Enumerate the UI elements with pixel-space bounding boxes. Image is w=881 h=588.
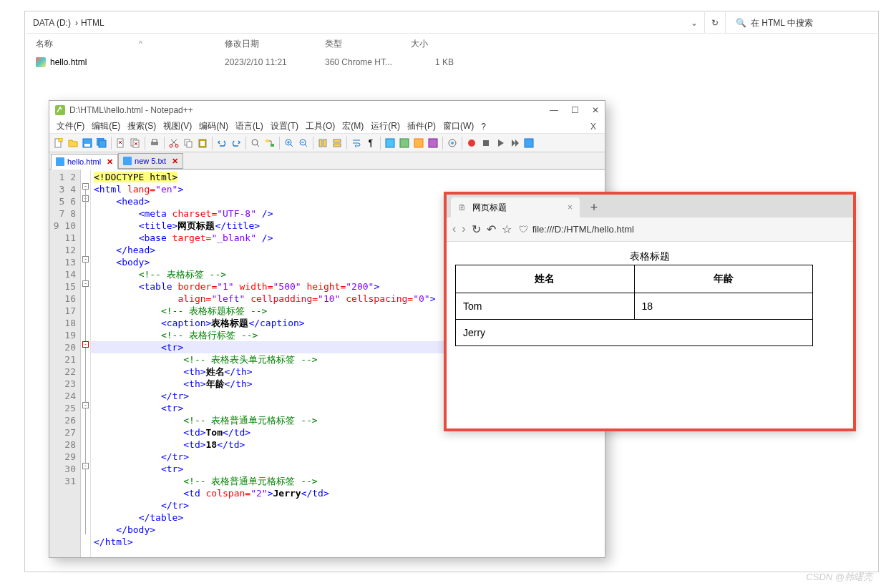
new-tab-button[interactable]: + xyxy=(584,197,604,217)
wrap-icon[interactable] xyxy=(350,137,363,150)
tab-close-icon[interactable]: × xyxy=(568,202,573,212)
table-row: Jerry xyxy=(456,320,813,346)
svg-rect-2 xyxy=(59,138,62,142)
menu-edit[interactable]: 编辑(E) xyxy=(89,119,123,133)
forward-button[interactable]: › xyxy=(462,222,465,236)
zoom-out-icon[interactable] xyxy=(297,137,310,150)
file-row[interactable]: hello.html 2023/2/10 11:21 360 Chrome HT… xyxy=(26,54,879,71)
app-icon xyxy=(55,105,65,115)
tab-new-5-txt[interactable]: new 5.txt ✕ xyxy=(118,153,183,169)
fold-toggle[interactable]: - xyxy=(82,280,89,287)
stop-icon[interactable] xyxy=(480,137,492,150)
menu-search[interactable]: 搜索(S) xyxy=(125,119,159,133)
breadcrumb[interactable]: DATA (D:) › HTML ⌄ ↻ 🔍 在 HTML 中搜索 xyxy=(26,12,879,34)
tab-close-x[interactable]: X xyxy=(588,121,599,132)
svg-rect-11 xyxy=(152,139,157,142)
menu-language[interactable]: 语言(L) xyxy=(233,119,266,133)
show-chars-icon[interactable]: ¶ xyxy=(364,137,377,150)
new-file-icon[interactable] xyxy=(52,137,65,150)
tab-hello-html[interactable]: hello.html ✕ xyxy=(51,154,118,170)
sync-h-icon[interactable] xyxy=(331,137,344,150)
close-all-icon[interactable] xyxy=(129,137,142,150)
fold-toggle[interactable]: - xyxy=(82,341,89,348)
svg-point-32 xyxy=(451,142,454,144)
window-titlebar[interactable]: D:\HTML\hello.html - Notepad++ — ☐ ✕ xyxy=(49,101,605,119)
svg-rect-24 xyxy=(323,139,326,147)
table-header-row: 姓名 年龄 xyxy=(456,265,813,293)
close-file-icon[interactable] xyxy=(115,137,127,150)
svg-rect-17 xyxy=(200,141,205,146)
menu-settings[interactable]: 设置(T) xyxy=(268,119,301,133)
indent-guide-icon[interactable] xyxy=(384,137,396,150)
menu-tools[interactable]: 工具(O) xyxy=(303,119,338,133)
menu-file[interactable]: 文件(F) xyxy=(54,119,87,133)
open-file-icon[interactable] xyxy=(67,137,79,150)
cut-icon[interactable] xyxy=(167,137,180,150)
window-title: D:\HTML\hello.html - Notepad++ xyxy=(69,105,193,115)
fold-toggle[interactable]: - xyxy=(82,463,89,469)
address-bar[interactable]: 🛡 file:///D:/HTML/hello.html xyxy=(519,224,847,235)
fold-toggle[interactable]: - xyxy=(82,402,89,408)
menu-view[interactable]: 视图(V) xyxy=(160,119,195,133)
play-multi-icon[interactable] xyxy=(508,137,521,150)
monitor-icon[interactable] xyxy=(446,137,459,150)
record-icon[interactable] xyxy=(465,137,478,150)
column-headers[interactable]: 名称^ 修改日期 类型 大小 xyxy=(26,34,879,54)
svg-rect-28 xyxy=(400,139,409,147)
paste-icon[interactable] xyxy=(196,137,209,150)
save-all-icon[interactable] xyxy=(95,137,108,150)
print-icon[interactable] xyxy=(148,137,161,150)
minimize-button[interactable]: — xyxy=(550,105,558,115)
th-age: 年龄 xyxy=(634,265,813,293)
play-icon[interactable] xyxy=(494,137,507,150)
svg-rect-27 xyxy=(386,139,394,147)
document-tabs: hello.html ✕ new 5.txt ✕ xyxy=(49,152,605,170)
reload-button[interactable]: ↻ xyxy=(472,222,481,236)
fold-toggle[interactable]: - xyxy=(82,256,89,263)
favorite-button[interactable]: ☆ xyxy=(502,222,512,236)
breadcrumb-part[interactable]: DATA (D:) xyxy=(33,18,71,28)
menu-encoding[interactable]: 编码(N) xyxy=(196,119,231,133)
copy-icon[interactable] xyxy=(182,137,195,150)
browser-tab[interactable]: 🗎 网页标题 × xyxy=(451,197,580,217)
doc-map-icon[interactable] xyxy=(412,137,425,150)
undo-nav-button[interactable]: ↶ xyxy=(487,222,496,236)
redo-icon[interactable] xyxy=(230,137,243,150)
zoom-in-icon[interactable] xyxy=(283,137,296,150)
svg-rect-37 xyxy=(123,157,132,165)
save-macro-icon[interactable] xyxy=(522,137,535,150)
svg-rect-4 xyxy=(84,144,90,147)
search-field[interactable]: 🔍 在 HTML 中搜索 xyxy=(730,12,873,34)
menu-run[interactable]: 运行(R) xyxy=(368,119,403,133)
menu-macro[interactable]: 宏(M) xyxy=(339,119,366,133)
tab-close-icon[interactable]: ✕ xyxy=(172,157,178,166)
browser-toolbar: ‹ › ↻ ↶ ☆ 🛡 file:///D:/HTML/hello.html xyxy=(447,217,853,242)
dropdown-icon[interactable]: ⌄ xyxy=(688,12,700,34)
save-icon[interactable] xyxy=(81,137,94,150)
svg-rect-23 xyxy=(319,139,322,147)
svg-rect-7 xyxy=(117,139,123,147)
back-button[interactable]: ‹ xyxy=(452,222,456,236)
menu-plugins[interactable]: 插件(P) xyxy=(404,119,439,133)
undo-icon[interactable] xyxy=(215,137,228,150)
browser-viewport[interactable]: 表格标题 姓名 年龄 Tom 18 Jerry xyxy=(447,242,853,428)
find-icon[interactable] xyxy=(249,137,262,150)
tab-close-icon[interactable]: ✕ xyxy=(107,157,113,167)
doc-list-icon[interactable] xyxy=(427,137,439,150)
close-button[interactable]: ✕ xyxy=(592,105,599,115)
menu-help[interactable]: ? xyxy=(478,121,489,132)
menu-window[interactable]: 窗口(W) xyxy=(440,119,477,133)
replace-icon[interactable] xyxy=(263,137,276,150)
refresh-button[interactable]: ↻ xyxy=(704,12,726,34)
line-gutter: 1 2 3 4 5 6 7 8 9 10 11 12 13 14 15 16 1… xyxy=(49,170,81,557)
search-icon: 🔍 xyxy=(736,18,746,28)
breadcrumb-part[interactable]: HTML xyxy=(81,18,104,28)
fold-gutter[interactable]: - - - - - - - xyxy=(81,170,91,557)
maximize-button[interactable]: ☐ xyxy=(571,105,579,115)
svg-rect-26 xyxy=(334,144,341,147)
svg-point-33 xyxy=(468,139,475,147)
lang-icon[interactable] xyxy=(398,137,411,150)
sync-v-icon[interactable] xyxy=(316,137,329,150)
fold-toggle[interactable]: - xyxy=(82,183,89,190)
watermark: CSDN @韩曙亮 xyxy=(806,571,872,584)
